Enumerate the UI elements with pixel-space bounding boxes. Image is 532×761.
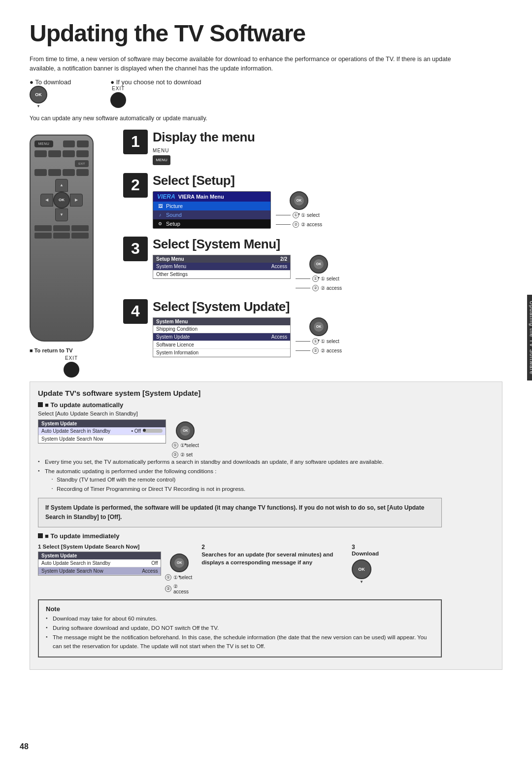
sys-menu-item-1[interactable]: System Menu Access [153, 263, 290, 271]
step-2-nav: OK ▼ ① ① select ② [276, 191, 322, 228]
auto-update-title-text: ■ To update automatically [45, 401, 123, 409]
condition-2: Recording of Timer Programming or Direct… [52, 485, 494, 493]
dpad-ok[interactable]: OK [53, 192, 70, 208]
dpad-left[interactable]: ◀ [40, 194, 53, 207]
setup-menu-page: 2/2 [280, 256, 287, 262]
remote-btn-8[interactable] [76, 169, 89, 176]
setup-menu-header: Setup Menu 2/2 [153, 255, 290, 263]
return-label: ■ To return to TV [30, 347, 73, 353]
warning-box: If System Update is performed, the softw… [38, 498, 442, 527]
dpad-up[interactable]: ▲ [55, 179, 68, 192]
ok-button-download[interactable]: OK [30, 86, 47, 104]
step-2: 2 Select [Setup] VIERA VIERA Main Menu 🖼… [123, 173, 502, 229]
step-4-nav-circle[interactable]: OK ▼ [309, 317, 328, 336]
menu-header: VIERA VIERA Main Menu [153, 192, 270, 202]
step-3-title: Select [System Menu] [153, 237, 502, 252]
main-content: MENU EXIT [30, 130, 502, 378]
imm-step-1-title: Select [System Update Search Now] [43, 544, 140, 550]
toggle-value: • Off [132, 428, 141, 434]
auto-nav-circle[interactable]: OK ▼ [176, 421, 195, 440]
menu-item-setup[interactable]: ⚙ Setup [153, 219, 270, 228]
exit-button[interactable] [110, 92, 126, 108]
step-1-number: 1 [123, 130, 148, 154]
remote-bottom-btn-6[interactable] [71, 233, 89, 239]
remote-bottom-btn-3[interactable] [71, 225, 89, 231]
remote-mid-buttons [34, 150, 89, 157]
sys-menu-licence[interactable]: Software Licence [153, 341, 290, 349]
download-label: ● To download [30, 78, 71, 86]
remote-btn-3[interactable] [63, 150, 75, 157]
imm-nav-bottom: ▼ [178, 575, 181, 578]
remote-top-buttons [63, 140, 89, 147]
step-3-number: 3 [123, 237, 148, 261]
step-4-nav-bottom: ▼ [317, 339, 320, 342]
auto-set-label: ② ② set [172, 451, 199, 458]
remote-top-row: MENU [34, 140, 89, 147]
remote-bottom-buttons [34, 225, 89, 239]
side-label: Updating the TV Software [527, 295, 532, 380]
step-4-nav-inner: OK [314, 322, 324, 332]
remote-exit-button[interactable]: EXIT [75, 160, 89, 167]
remote-btn-7[interactable] [63, 169, 75, 176]
remote-btn-2[interactable] [48, 150, 61, 157]
dpad-mid-row: ◀ OK ▶ [40, 192, 83, 208]
remote-bottom-btn-2[interactable] [53, 225, 70, 231]
dpad-right[interactable]: ▶ [70, 194, 83, 207]
step-2-content: Select [Setup] VIERA VIERA Main Menu 🖼 P… [153, 173, 502, 229]
sys-menu-info[interactable]: System Information [153, 349, 290, 357]
remote-menu-button[interactable]: MENU [34, 140, 53, 147]
step-3-nav-circle[interactable]: OK ▼ [309, 255, 328, 274]
menu-icon-mock: MENU [153, 155, 170, 165]
sys-update-row-1[interactable]: Auto Update Search in Standby • Off [38, 427, 166, 435]
imm-step-2-title: Searches for an update (for several minu… [201, 551, 344, 566]
dpad-down[interactable]: ▼ [55, 208, 68, 221]
step-2-nav-circle[interactable]: OK ▼ [290, 191, 308, 210]
imm-row-2[interactable]: System Update Search Now Access [38, 567, 161, 575]
remote-btn-5[interactable] [34, 169, 47, 176]
auto-bullet-1: Every time you set, the TV automatically… [38, 458, 494, 466]
step-4-access-text: ② access [321, 348, 342, 353]
download-ok-button[interactable]: OK [352, 559, 371, 579]
auto-update-section: ■ To update automatically Select [Auto U… [38, 401, 494, 527]
step-2-nav-inner: OK [294, 196, 304, 206]
conditions-list: Standby (TV turned Off with the remote c… [45, 476, 494, 494]
remote-bottom-btn-1[interactable] [34, 225, 52, 231]
page-number: 48 [20, 742, 29, 751]
sound-icon: ♪ [157, 212, 163, 218]
exit-bottom-button[interactable] [64, 362, 79, 378]
imm-row-1[interactable]: Auto Update Search in Standby Off [38, 559, 161, 567]
imm-nav-circle[interactable]: OK ▼ [170, 553, 189, 572]
remote-dpad: ▲ ◀ OK ▶ ▼ [34, 179, 89, 221]
imm-row-1-value: Off [151, 560, 158, 566]
sys-menu-item-2[interactable]: Other Settings [153, 271, 290, 278]
update-section-title: Update TV's software system [System Upda… [38, 389, 494, 397]
sys-menu-shipping-label: Shipping Condition [156, 326, 198, 332]
select-text: ① select [301, 212, 320, 218]
imm-access-label: ② ② access [165, 584, 194, 594]
viera-logo: VIERA [157, 193, 175, 200]
sys-update-row-2[interactable]: System Update Search Now [38, 435, 166, 443]
ok-label: OK [59, 198, 65, 202]
remote-bottom-btn-5[interactable] [53, 233, 70, 239]
immediate-title: ■ To update immediately [38, 532, 494, 540]
remote-btn-6[interactable] [48, 169, 61, 176]
sys-menu-shipping[interactable]: Shipping Condition [153, 325, 290, 333]
sys-menu-item-1-label: System Menu [156, 264, 186, 269]
setup-menu-title: Setup Menu [156, 256, 184, 262]
note-box: Note Download may take for about 60 minu… [38, 599, 442, 657]
remote-btn-1[interactable] [34, 150, 47, 157]
intro-paragraph: From time to time, a new version of soft… [30, 55, 473, 73]
no-download-option: ● If you choose not to download EXIT [110, 78, 201, 108]
menu-item-sound[interactable]: ♪ Sound [153, 210, 270, 219]
remote-small-btn-1[interactable] [63, 140, 75, 147]
remote-control: MENU EXIT [30, 135, 94, 342]
system-menu-header: System Menu [153, 318, 290, 325]
remote-btn-4[interactable] [76, 150, 89, 157]
remote-small-btn-2[interactable] [77, 140, 89, 147]
note-1: Download may take for about 60 minutes. [46, 615, 434, 623]
sys-menu-item-2-label: Other Settings [156, 272, 188, 277]
remote-bottom-btn-4[interactable] [34, 233, 52, 239]
download-options: ● To download OK ● If you choose not to … [30, 78, 502, 108]
menu-item-picture[interactable]: 🖼 Picture [153, 202, 270, 210]
sys-menu-update[interactable]: System Update Access [153, 333, 290, 341]
